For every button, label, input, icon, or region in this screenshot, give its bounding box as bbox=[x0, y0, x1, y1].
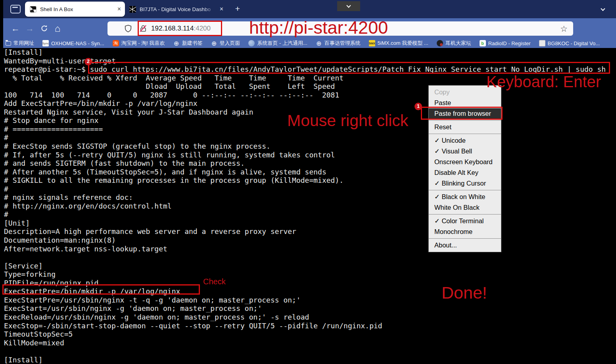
bookmark-label: RadioID - Register bbox=[488, 40, 531, 46]
terminal-output[interactable]: [Install]WantedBy=multi-user.targetrepea… bbox=[0, 48, 616, 364]
bookmark-label: 淘宝网 - 淘! 我喜欢 bbox=[121, 40, 165, 47]
terminal-line: ExecStartPre=/usr/sbin/nginx -t -q -g 'd… bbox=[4, 296, 616, 305]
terminal-line: ExecReload=/usr/sbin/nginx -g 'daemon on… bbox=[4, 313, 616, 322]
titlebar-chevron-icon[interactable] bbox=[601, 5, 604, 12]
back-button[interactable]: ← bbox=[10, 18, 21, 38]
terminal-line bbox=[4, 347, 616, 356]
bookmark-item[interactable]: BG8KOC - Digital Vo... bbox=[539, 40, 600, 46]
annotation-exec-box bbox=[2, 284, 200, 295]
bookmark-item[interactable]: 淘淘宝网 - 淘! 我喜欢 bbox=[113, 40, 165, 47]
bookmark-item[interactable]: ⊕百事达管理系统 bbox=[316, 40, 361, 47]
terminal-line: # bbox=[4, 185, 616, 193]
terminal-line: # After another 5s (TimeoutStopSec=5), a… bbox=[4, 168, 616, 176]
forward-button: → bbox=[24, 18, 36, 38]
terminal-line bbox=[4, 253, 616, 262]
menu-item-visual-bell[interactable]: ✓ Visual Bell bbox=[429, 146, 501, 157]
chevron-down-icon bbox=[346, 3, 351, 8]
globe-icon: ⊕ bbox=[211, 40, 217, 46]
terminal-line: # If, after 5s (--retry QUIT/5) nginx is… bbox=[4, 151, 616, 159]
terminal-line: Type=forking bbox=[4, 270, 616, 279]
home-button[interactable]: ⌂ bbox=[52, 18, 63, 38]
menu-separator bbox=[429, 214, 501, 215]
terminal-line: [Install] bbox=[4, 48, 616, 57]
terminal-line: # SIGKILL to all the remaining processes… bbox=[4, 176, 616, 185]
bookmark-item[interactable]: 耳机大家坛 bbox=[437, 40, 471, 47]
new-tab-button[interactable]: + bbox=[232, 3, 243, 14]
tab-shell-in-a-box[interactable]: Shell In A Box × bbox=[25, 2, 125, 17]
bookmark-label: 常用网址 bbox=[13, 40, 34, 47]
bookmark-label: 登入页面 bbox=[219, 40, 240, 47]
terminal-line: # nginx signals reference doc: bbox=[4, 193, 616, 202]
bi7jta-favicon bbox=[129, 6, 136, 13]
menu-item-white-on-black[interactable]: White On Black bbox=[429, 202, 501, 213]
terminal-line: # bbox=[4, 133, 616, 142]
annotation-paste-box bbox=[421, 107, 503, 120]
terminal-line: 100 714 100 714 0 0 2087 0 --:--:-- --:-… bbox=[4, 91, 616, 100]
terminal-line: [Unit] bbox=[4, 219, 616, 228]
tab-list-icon[interactable] bbox=[10, 5, 21, 13]
radioid-favicon: b bbox=[480, 40, 486, 46]
terminal-line: # ExecStop sends SIGSTOP (graceful stop)… bbox=[4, 142, 616, 151]
browser-titlebar: Shell In A Box × BI7JTA - Digital Voice … bbox=[0, 0, 616, 18]
bookmark-item[interactable]: ⊕新建书签 bbox=[173, 40, 202, 47]
bookmark-label: 耳机大家坛 bbox=[445, 40, 471, 47]
terminal-line: ExecStart=/usr/sbin/nginx -g 'daemon on;… bbox=[4, 304, 616, 313]
terminal-line: # and sends SIGTERM (fast shutdown) to t… bbox=[4, 159, 616, 168]
terminal-line: KillMode=mixed bbox=[4, 339, 616, 347]
bookmark-item[interactable]: 系统首页 - 上汽通用... bbox=[248, 40, 307, 47]
menu-separator bbox=[429, 190, 501, 190]
bookmark-label: 5iMX.com 我爱模型 ... bbox=[378, 40, 428, 47]
tab-close-icon[interactable]: × bbox=[220, 6, 223, 13]
terminal-line: [Service] bbox=[4, 262, 616, 270]
terminal-line: # bbox=[4, 210, 616, 219]
menu-item-blinking-cursor[interactable]: ✓ Blinking Cursor bbox=[429, 178, 501, 189]
sync-favicon: Sync bbox=[42, 40, 49, 46]
globe-icon: ⊕ bbox=[316, 40, 322, 46]
globe-icon: ⊕ bbox=[173, 40, 179, 46]
bookmark-label: 新建书签 bbox=[182, 40, 202, 47]
bookmark-label: 百事达管理系统 bbox=[324, 40, 361, 47]
terminal-line: # http://nginx.org/en/docs/control.html bbox=[4, 202, 616, 211]
bookmarks-bar: 常用网址SyncOXHOME-NAS - Syn...淘淘宝网 - 淘! 我喜欢… bbox=[0, 38, 616, 48]
screen-share-control[interactable] bbox=[337, 1, 360, 11]
tab-title: Shell In A Box bbox=[40, 6, 114, 12]
annotation-command-box bbox=[88, 62, 610, 74]
menu-item-black-on-white[interactable]: ✓ Black on White bbox=[429, 192, 501, 202]
bg8koc-favicon bbox=[539, 40, 545, 46]
menu-item-color-terminal[interactable]: ✓ Color Terminal bbox=[429, 216, 501, 226]
menu-item-unicode[interactable]: ✓ Unicode bbox=[429, 135, 501, 146]
annotation-url-note: http://pi-star:4200 bbox=[249, 17, 388, 38]
bookmark-item[interactable]: 常用网址 bbox=[6, 40, 34, 47]
tab-close-icon[interactable]: × bbox=[117, 6, 121, 13]
terminal-line: Add ExecStartPre=/bin/mkdir -p /var/log/… bbox=[4, 99, 616, 108]
bookmark-label: OXHOME-NAS - Syn... bbox=[51, 40, 104, 46]
bookmark-star-icon[interactable]: ☆ bbox=[560, 24, 568, 34]
bookmark-item[interactable]: SyncOXHOME-NAS - Syn... bbox=[42, 40, 104, 46]
menu-item-onscreen-keyboard[interactable]: Onscreen Keyboard bbox=[429, 157, 501, 167]
menu-item-reset[interactable]: Reset bbox=[429, 122, 501, 132]
menu-item-disable-alt-key[interactable]: Disable Alt Key bbox=[429, 167, 501, 178]
step-badge-1: 1 bbox=[415, 103, 422, 110]
annotation-check-note: Check bbox=[203, 277, 226, 286]
terminal-line: ExecStop=-/sbin/start-stop-daemon --quie… bbox=[4, 322, 616, 330]
tab-title: BI7JTA - Digital Voice Dashbo bbox=[140, 6, 217, 12]
taobao-favicon: 淘 bbox=[113, 40, 119, 46]
shield-icon[interactable] bbox=[124, 25, 132, 33]
menu-item-about[interactable]: About... bbox=[429, 240, 501, 251]
mx5-favicon: 5iMX bbox=[369, 40, 375, 46]
reload-button[interactable] bbox=[38, 18, 50, 38]
tab-bi7jta-dashboard[interactable]: BI7JTA - Digital Voice Dashbo × bbox=[128, 2, 225, 17]
annotation-done-note: Done! bbox=[441, 283, 487, 303]
window-edge bbox=[0, 0, 3, 48]
bookmark-label: 系统首页 - 上汽通用... bbox=[257, 40, 307, 47]
bookmark-label: BG8KOC - Digital Vo... bbox=[548, 40, 600, 46]
terminal-line: Documentation=man:nginx(8) bbox=[4, 236, 616, 245]
bookmark-item[interactable]: bRadioID - Register bbox=[480, 40, 531, 46]
menu-item-monochrome[interactable]: Monochrome bbox=[429, 226, 501, 237]
bookmark-item[interactable]: ⊕登入页面 bbox=[211, 40, 240, 47]
terminal-line: [Install] bbox=[4, 356, 616, 364]
bookmark-item[interactable]: 5iMX5iMX.com 我爱模型 ... bbox=[369, 40, 428, 47]
folder-icon bbox=[6, 41, 11, 46]
terminal-line: After=network.target nss-lookup.target bbox=[4, 245, 616, 253]
erji-favicon bbox=[437, 40, 443, 46]
